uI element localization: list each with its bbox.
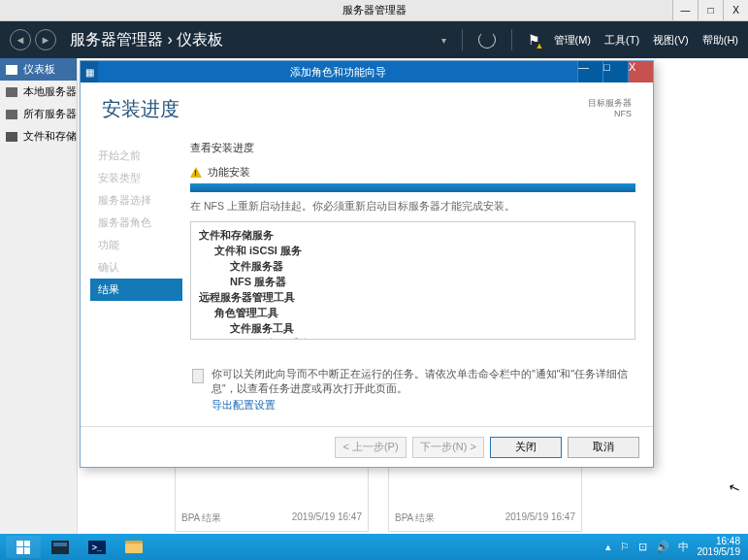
- close-button[interactable]: 关闭: [490, 437, 562, 458]
- sidebar-item-label: 本地服务器: [23, 84, 77, 99]
- breadcrumb-root[interactable]: 服务器管理器: [70, 31, 163, 48]
- divider: [511, 29, 512, 50]
- nav-forward-button[interactable]: ►: [35, 29, 56, 50]
- tray-network-icon[interactable]: ⊡: [638, 541, 647, 553]
- dashboard-icon: [6, 65, 17, 75]
- wizard-titlebar[interactable]: ▦ 添加角色和功能向导 — □ X: [81, 61, 653, 82]
- windows-logo-icon: [16, 541, 30, 554]
- divider: [462, 29, 463, 50]
- wizard-close-button[interactable]: X: [628, 61, 653, 82]
- restart-note: 在 NFS 上重新启动挂起。你必须重新启动目标服务器才能完成安装。: [190, 200, 635, 214]
- tree-node: 远程服务器管理工具 角色管理工具 文件服务工具 网络文件系统服务管理工具: [199, 290, 627, 340]
- sidebar-item-dashboard[interactable]: 仪表板: [0, 58, 77, 81]
- tree-node: 角色管理工具 文件服务工具 网络文件系统服务管理工具: [214, 306, 627, 340]
- breadcrumb-current: 仪表板: [177, 31, 223, 48]
- tile-timestamp: 2019/5/19 16:47: [292, 511, 362, 525]
- wizard-app-icon: ▦: [81, 61, 98, 82]
- target-value: NFS: [588, 109, 632, 119]
- tree-node: NFS 服务器: [230, 275, 627, 290]
- step-installation-type: 安装类型: [90, 167, 182, 189]
- nav-back-button[interactable]: ◄: [10, 29, 31, 50]
- wizard-header: 安装进度 目标服务器 NFS: [81, 82, 653, 135]
- window-close-button[interactable]: X: [723, 0, 748, 20]
- menu-tools[interactable]: 工具(T): [604, 33, 639, 48]
- main-pane: BPA 结果2019/5/19 16:47 隐藏 BPA 结果2019/5/19…: [78, 58, 748, 534]
- main-window-titlebar: 服务器管理器 — □ X: [0, 0, 748, 21]
- wizard-target-info: 目标服务器 NFS: [588, 98, 632, 119]
- tray-up-icon[interactable]: ▴: [605, 541, 611, 553]
- taskbar-explorer[interactable]: [116, 536, 151, 558]
- server-manager-icon: [51, 541, 69, 554]
- panel-subtitle: 查看安装进度: [190, 141, 635, 155]
- status-text: 功能安装: [208, 165, 250, 180]
- clock-time: 16:48: [698, 537, 741, 547]
- sidebar-item-local-server[interactable]: 本地服务器: [0, 81, 77, 103]
- export-config-link[interactable]: 导出配置设置: [190, 399, 635, 412]
- taskbar-server-manager[interactable]: [43, 536, 78, 558]
- menu-help[interactable]: 帮助(H): [702, 33, 738, 48]
- powershell-icon: >_: [88, 541, 106, 554]
- refresh-icon[interactable]: [478, 31, 496, 49]
- wizard-heading: 安装进度: [102, 96, 179, 122]
- servers-icon: [6, 110, 17, 119]
- next-button: 下一步(N) >: [412, 437, 484, 458]
- breadcrumb-sep: ›: [167, 31, 172, 48]
- menu-manage[interactable]: 管理(M): [554, 33, 592, 48]
- server-manager-header: ◄ ► 服务器管理器 › 仪表板 ▾ ⚑ 管理(M) 工具(T) 视图(V) 帮…: [0, 21, 748, 58]
- warning-icon: [190, 167, 202, 178]
- server-manager-body: 仪表板 本地服务器 所有服务器 文件和存储 BPA 结果2019/5/19 16…: [0, 58, 748, 534]
- sidebar-item-all-servers[interactable]: 所有服务器: [0, 103, 77, 125]
- wizard-steps: 开始之前 安装类型 服务器选择 服务器角色 功能 确认 结果: [81, 135, 182, 426]
- start-button[interactable]: [6, 536, 41, 558]
- results-tree: 文件和存储服务 文件和 iSCSI 服务 文件服务器 NFS 服务器 远程服务器…: [190, 221, 635, 340]
- add-roles-wizard-dialog: ▦ 添加角色和功能向导 — □ X 安装进度 目标服务器 NFS 开始之前 安: [80, 60, 654, 468]
- tile-bpa-label: BPA 结果: [181, 511, 222, 525]
- taskbar-powershell[interactable]: >_: [80, 536, 114, 558]
- tile-bpa-label: BPA 结果: [395, 511, 436, 525]
- target-label: 目标服务器: [588, 98, 632, 109]
- wizard-footer: < 上一步(P) 下一步(N) > 关闭 取消: [81, 426, 653, 467]
- wizard-body: 开始之前 安装类型 服务器选择 服务器角色 功能 确认 结果 查看安装进度 功能…: [81, 135, 653, 426]
- main-window-title: 服务器管理器: [342, 3, 407, 17]
- sidebar-item-file-storage[interactable]: 文件和存储: [0, 125, 77, 148]
- step-results[interactable]: 结果: [90, 279, 182, 301]
- explorer-icon: [125, 541, 143, 553]
- taskbar: >_ ▴ ⚐ ⊡ 🔊 中 16:48 2019/5/19: [0, 534, 748, 560]
- tile-timestamp: 2019/5/19 16:47: [505, 511, 575, 525]
- wizard-maximize-button[interactable]: □: [602, 61, 628, 82]
- tray-sound-icon[interactable]: 🔊: [656, 541, 669, 553]
- sidebar-item-label: 文件和存储: [23, 129, 77, 144]
- wizard-minimize-button[interactable]: —: [577, 61, 602, 82]
- dropdown-caret-icon[interactable]: ▾: [441, 35, 446, 46]
- notifications-flag-icon[interactable]: ⚑: [528, 32, 540, 48]
- window-maximize-button[interactable]: □: [698, 0, 723, 20]
- sidebar-item-label: 所有服务器: [23, 107, 77, 121]
- step-before-you-begin: 开始之前: [90, 145, 182, 167]
- info-note: 你可以关闭此向导而不中断正在运行的任务。请依次单击命令栏中的"通知"和"任务详细…: [190, 367, 635, 395]
- sidebar-item-label: 仪表板: [23, 62, 55, 77]
- breadcrumb: 服务器管理器 › 仪表板: [70, 30, 223, 50]
- cancel-button[interactable]: 取消: [568, 437, 639, 458]
- tree-node: 文件和 iSCSI 服务 文件服务器 NFS 服务器: [214, 244, 627, 290]
- tray-ime[interactable]: 中: [678, 540, 689, 554]
- storage-icon: [6, 132, 17, 142]
- tree-node: 文件服务器: [230, 259, 627, 275]
- previous-button: < 上一步(P): [335, 437, 407, 458]
- window-minimize-button[interactable]: —: [672, 0, 698, 20]
- tree-node: 文件服务工具 网络文件系统服务管理工具: [230, 321, 627, 340]
- progress-bar: [190, 183, 635, 192]
- status-row: 功能安装: [190, 165, 635, 180]
- server-icon: [6, 87, 17, 97]
- wizard-title: 添加角色和功能向导: [98, 65, 577, 80]
- tree-node: 网络文件系统服务管理工具: [245, 337, 627, 340]
- step-server-selection: 服务器选择: [90, 189, 182, 212]
- step-confirmation: 确认: [90, 256, 182, 279]
- tray-flag-icon[interactable]: ⚐: [620, 541, 630, 553]
- wizard-panel: 查看安装进度 功能安装 在 NFS 上重新启动挂起。你必须重新启动目标服务器才能…: [182, 135, 653, 426]
- menu-view[interactable]: 视图(V): [653, 33, 689, 48]
- clock-date: 2019/5/19: [698, 547, 741, 558]
- step-server-roles: 服务器角色: [90, 212, 182, 234]
- sidebar: 仪表板 本地服务器 所有服务器 文件和存储: [0, 58, 78, 534]
- taskbar-clock[interactable]: 16:48 2019/5/19: [698, 537, 743, 557]
- tree-node: 文件和存储服务 文件和 iSCSI 服务 文件服务器 NFS 服务器: [199, 228, 627, 290]
